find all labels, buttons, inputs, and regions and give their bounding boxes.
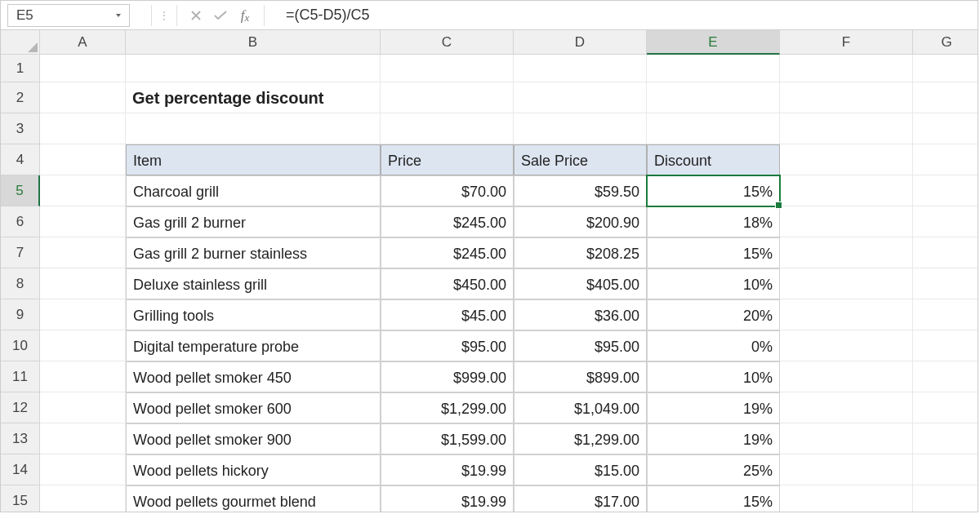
cell-E3[interactable]: [647, 113, 780, 144]
cell-A3[interactable]: [40, 113, 126, 144]
cell-F1[interactable]: [780, 55, 913, 82]
cell-G5[interactable]: [913, 175, 978, 206]
cell-D9[interactable]: $36.00: [514, 299, 647, 330]
header-item[interactable]: Item: [126, 144, 381, 175]
row-header-8[interactable]: 8: [1, 268, 40, 299]
cell-E6[interactable]: 18%: [647, 206, 780, 237]
cell-B12[interactable]: Wood pellet smoker 600: [126, 392, 381, 423]
cell-A1[interactable]: [40, 55, 126, 82]
row-header-6[interactable]: 6: [1, 206, 40, 237]
cell-F7[interactable]: [780, 237, 913, 268]
cell-E13[interactable]: 19%: [647, 423, 780, 454]
cell-A11[interactable]: [40, 361, 126, 392]
cell-A15[interactable]: [40, 485, 126, 512]
cell-A5[interactable]: [40, 175, 126, 206]
cell-D12[interactable]: $1,049.00: [514, 392, 647, 423]
cell-D2[interactable]: [514, 82, 647, 113]
row-header-15[interactable]: 15: [1, 485, 40, 512]
cell-A8[interactable]: [40, 268, 126, 299]
cell-E12[interactable]: 19%: [647, 392, 780, 423]
col-header-C[interactable]: C: [381, 30, 514, 55]
cell-B13[interactable]: Wood pellet smoker 900: [126, 423, 381, 454]
cell-C12[interactable]: $1,299.00: [381, 392, 514, 423]
cell-A7[interactable]: [40, 237, 126, 268]
cell-A14[interactable]: [40, 454, 126, 485]
cell-B15[interactable]: Wood pellets gourmet blend: [126, 485, 381, 512]
name-box[interactable]: E5: [7, 4, 130, 27]
cell-B10[interactable]: Digital temperature probe: [126, 330, 381, 361]
cell-C14[interactable]: $19.99: [381, 454, 514, 485]
row-header-13[interactable]: 13: [1, 423, 40, 454]
cell-E7[interactable]: 15%: [647, 237, 780, 268]
cell-D10[interactable]: $95.00: [514, 330, 647, 361]
cell-F8[interactable]: [780, 268, 913, 299]
cell-D13[interactable]: $1,299.00: [514, 423, 647, 454]
cancel-button[interactable]: [184, 10, 208, 21]
cell-E11[interactable]: 10%: [647, 361, 780, 392]
cell-C2[interactable]: [381, 82, 514, 113]
cell-A4[interactable]: [40, 144, 126, 175]
cell-C6[interactable]: $245.00: [381, 206, 514, 237]
cell-F13[interactable]: [780, 423, 913, 454]
drag-handle-icon[interactable]: ⋮: [158, 13, 170, 18]
cell-B5[interactable]: Charcoal grill: [126, 175, 381, 206]
col-header-G[interactable]: G: [913, 30, 978, 55]
col-header-F[interactable]: F: [780, 30, 913, 55]
cell-C7[interactable]: $245.00: [381, 237, 514, 268]
cell-B6[interactable]: Gas grill 2 burner: [126, 206, 381, 237]
cell-E2[interactable]: [647, 82, 780, 113]
cell-F15[interactable]: [780, 485, 913, 512]
col-header-A[interactable]: A: [40, 30, 126, 55]
cell-G4[interactable]: [913, 144, 978, 175]
cell-F4[interactable]: [780, 144, 913, 175]
cell-C1[interactable]: [381, 55, 514, 82]
cell-B2[interactable]: Get percentage discount: [126, 82, 381, 113]
cell-F11[interactable]: [780, 361, 913, 392]
cell-C3[interactable]: [381, 113, 514, 144]
cell-F9[interactable]: [780, 299, 913, 330]
row-header-11[interactable]: 11: [1, 361, 40, 392]
header-discount[interactable]: Discount: [647, 144, 780, 175]
cell-A9[interactable]: [40, 299, 126, 330]
row-header-1[interactable]: 1: [1, 55, 40, 82]
cell-C8[interactable]: $450.00: [381, 268, 514, 299]
cell-E10[interactable]: 0%: [647, 330, 780, 361]
select-all-corner[interactable]: [1, 30, 40, 55]
col-header-B[interactable]: B: [126, 30, 381, 55]
cell-G12[interactable]: [913, 392, 978, 423]
cell-F3[interactable]: [780, 113, 913, 144]
cell-G2[interactable]: [913, 82, 978, 113]
cell-B1[interactable]: [126, 55, 381, 82]
cell-G11[interactable]: [913, 361, 978, 392]
row-header-7[interactable]: 7: [1, 237, 40, 268]
cell-A13[interactable]: [40, 423, 126, 454]
cell-C10[interactable]: $95.00: [381, 330, 514, 361]
cell-B14[interactable]: Wood pellets hickory: [126, 454, 381, 485]
cell-C9[interactable]: $45.00: [381, 299, 514, 330]
cell-E1[interactable]: [647, 55, 780, 82]
cell-D14[interactable]: $15.00: [514, 454, 647, 485]
cell-D11[interactable]: $899.00: [514, 361, 647, 392]
col-header-D[interactable]: D: [514, 30, 647, 55]
cell-D7[interactable]: $208.25: [514, 237, 647, 268]
cell-B7[interactable]: Gas grill 2 burner stainless: [126, 237, 381, 268]
cell-F5[interactable]: [780, 175, 913, 206]
cell-B11[interactable]: Wood pellet smoker 450: [126, 361, 381, 392]
row-header-5[interactable]: 5: [1, 175, 40, 206]
cell-D15[interactable]: $17.00: [514, 485, 647, 512]
cell-G7[interactable]: [913, 237, 978, 268]
cell-D3[interactable]: [514, 113, 647, 144]
cell-E14[interactable]: 25%: [647, 454, 780, 485]
cell-A10[interactable]: [40, 330, 126, 361]
insert-function-button[interactable]: fx: [233, 7, 257, 24]
cell-G9[interactable]: [913, 299, 978, 330]
enter-button[interactable]: [208, 10, 233, 21]
cell-G3[interactable]: [913, 113, 978, 144]
cell-C15[interactable]: $19.99: [381, 485, 514, 512]
cell-F12[interactable]: [780, 392, 913, 423]
cell-G15[interactable]: [913, 485, 978, 512]
cell-G8[interactable]: [913, 268, 978, 299]
cell-A6[interactable]: [40, 206, 126, 237]
cell-E15[interactable]: 15%: [647, 485, 780, 512]
header-sale-price[interactable]: Sale Price: [514, 144, 647, 175]
